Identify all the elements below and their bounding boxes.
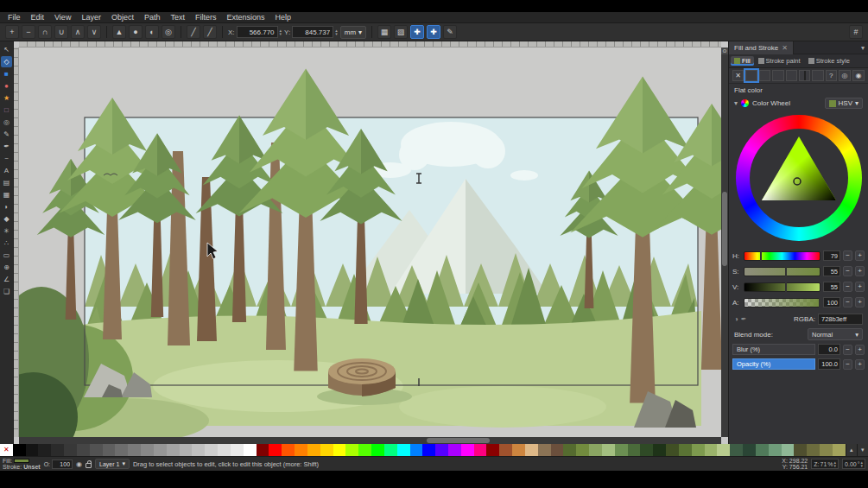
palette-scroll-down-icon[interactable]: ▾: [857, 444, 868, 456]
palette-swatch[interactable]: [525, 444, 538, 456]
palette-swatch[interactable]: [833, 444, 846, 456]
slider-plus-s[interactable]: +: [855, 266, 865, 276]
tab-stroke-paint[interactable]: Stroke paint: [755, 56, 804, 66]
slider-plus-v[interactable]: +: [855, 282, 865, 292]
paint-unknown-button[interactable]: ?: [826, 70, 837, 81]
rotation-spinner[interactable]: ▴▾: [860, 460, 863, 467]
snap-toggle-icon[interactable]: #: [849, 25, 863, 39]
dropper-tool[interactable]: ◗: [1, 201, 12, 212]
palette-swatch[interactable]: [769, 444, 782, 456]
palette-swatch[interactable]: [371, 444, 384, 456]
zoom-tool[interactable]: ⊕: [1, 262, 12, 273]
palette-swatch[interactable]: [141, 444, 154, 456]
object-to-path-icon[interactable]: ╱: [187, 25, 200, 39]
palette-swatch[interactable]: [180, 444, 193, 456]
rgba-input[interactable]: [818, 314, 863, 325]
menu-file[interactable]: File: [3, 13, 25, 22]
palette-swatch[interactable]: [410, 444, 423, 456]
join-segment-icon[interactable]: ∧: [71, 25, 85, 39]
horizontal-ruler[interactable]: [19, 41, 721, 48]
join-nodes-icon[interactable]: ∩: [38, 25, 52, 39]
slider-plus-a[interactable]: +: [855, 297, 865, 307]
menu-object[interactable]: Object: [107, 13, 138, 22]
palette-scroll-up-icon[interactable]: ▴: [846, 444, 857, 456]
palette-swatch[interactable]: [512, 444, 525, 456]
pen-tool[interactable]: ✒: [1, 141, 12, 152]
blend-mode-dropdown[interactable]: Normal ▾: [808, 328, 863, 340]
paint-flat-button[interactable]: [745, 70, 757, 81]
zoom-field[interactable]: Z: 71 % ▴▾: [811, 459, 839, 469]
spiral-tool[interactable]: ◎: [1, 117, 12, 128]
slider-track-s[interactable]: [744, 267, 820, 276]
palette-swatch-none[interactable]: [0, 444, 13, 456]
menu-filters[interactable]: Filters: [191, 13, 221, 22]
palette-swatch[interactable]: [486, 444, 499, 456]
vertical-scrollbar-thumb[interactable]: [722, 192, 727, 266]
zoom-spinner[interactable]: ▴▾: [834, 460, 837, 467]
slider-value-h[interactable]: 79: [823, 250, 840, 261]
palette-swatch[interactable]: [782, 444, 795, 456]
blur-minus-button[interactable]: −: [843, 345, 852, 355]
palette-swatch[interactable]: [563, 444, 576, 456]
palette-swatch[interactable]: [538, 444, 551, 456]
palette-swatch[interactable]: [653, 444, 666, 456]
pages-tool[interactable]: ❏: [1, 286, 12, 297]
opacity-minus-button[interactable]: −: [843, 359, 852, 370]
text-tool[interactable]: A: [1, 165, 12, 176]
palette-swatch[interactable]: [154, 444, 167, 456]
insert-node-icon[interactable]: +: [5, 25, 19, 39]
units-dropdown[interactable]: mm▾: [340, 26, 366, 39]
paint-none-button[interactable]: ✕: [732, 70, 744, 81]
mesh-tool[interactable]: ▦: [1, 189, 12, 200]
palette-swatch[interactable]: [794, 444, 807, 456]
menu-layer[interactable]: Layer: [77, 13, 105, 22]
blur-slider[interactable]: Blur (%): [732, 344, 815, 355]
slider-minus-a[interactable]: −: [843, 297, 852, 307]
palette-swatch[interactable]: [269, 444, 282, 456]
palette-swatch[interactable]: [717, 444, 730, 456]
slider-track-a[interactable]: [744, 298, 820, 307]
node-corner-icon[interactable]: ▲: [112, 25, 126, 39]
node-smooth-icon[interactable]: ●: [129, 25, 143, 39]
calligraphy-tool[interactable]: ~: [1, 153, 12, 164]
opacity-slider[interactable]: Opacity (%): [732, 358, 815, 370]
palette-swatch[interactable]: [640, 444, 653, 456]
fill-rule-evenodd-icon[interactable]: ◎: [839, 70, 851, 81]
palette-swatch[interactable]: [666, 444, 679, 456]
paint-linear-gradient-button[interactable]: [759, 70, 770, 81]
ellipse-tool[interactable]: ●: [1, 80, 12, 92]
display-options-icon[interactable]: ⊙: [721, 48, 728, 54]
menu-path[interactable]: Path: [140, 13, 165, 22]
delete-segment-icon[interactable]: ∨: [87, 25, 101, 39]
node-symmetric-icon[interactable]: ◐: [145, 25, 159, 39]
palette-swatch[interactable]: [705, 444, 718, 456]
gradient-tool[interactable]: ▤: [1, 177, 12, 188]
spray-tool[interactable]: ∴: [1, 238, 12, 249]
opacity-value[interactable]: 100.0: [818, 358, 840, 370]
palette-swatch[interactable]: [167, 444, 180, 456]
palette-swatch[interactable]: [589, 444, 602, 456]
color-mode-dropdown[interactable]: HSV ▾: [825, 98, 863, 109]
break-nodes-icon[interactable]: ∪: [54, 25, 68, 39]
palette-swatch[interactable]: [384, 444, 397, 456]
fill-stroke-dialog-tab[interactable]: Fill and Stroke ✕: [729, 41, 794, 54]
palette-swatch[interactable]: [205, 444, 218, 456]
rectangle-tool[interactable]: ■: [1, 68, 12, 79]
y-spinner[interactable]: ▴▾: [335, 29, 338, 35]
hue-ring[interactable]: [736, 115, 862, 241]
palette-swatch[interactable]: [192, 444, 205, 456]
tab-fill[interactable]: Fill: [731, 56, 754, 66]
menu-view[interactable]: View: [50, 13, 75, 22]
layer-lock-icon[interactable]: [86, 463, 92, 468]
palette-swatch[interactable]: [13, 444, 26, 456]
palette-swatch[interactable]: [448, 444, 461, 456]
palette-swatch[interactable]: [499, 444, 512, 456]
palette-swatch[interactable]: [320, 444, 333, 456]
fill-rule-nonzero-icon[interactable]: ◉: [852, 70, 865, 81]
palette-swatch[interactable]: [244, 444, 257, 456]
dialog-menu-icon[interactable]: ▾: [858, 44, 868, 52]
fill-stroke-indicator[interactable]: Fill: Stroke:Unset: [3, 458, 41, 470]
paint-bucket-tool[interactable]: ◆: [1, 213, 12, 225]
show-transform-handles-icon[interactable]: ✚: [410, 25, 424, 39]
rotation-field[interactable]: 0.00 ° ▴▾: [842, 459, 865, 469]
